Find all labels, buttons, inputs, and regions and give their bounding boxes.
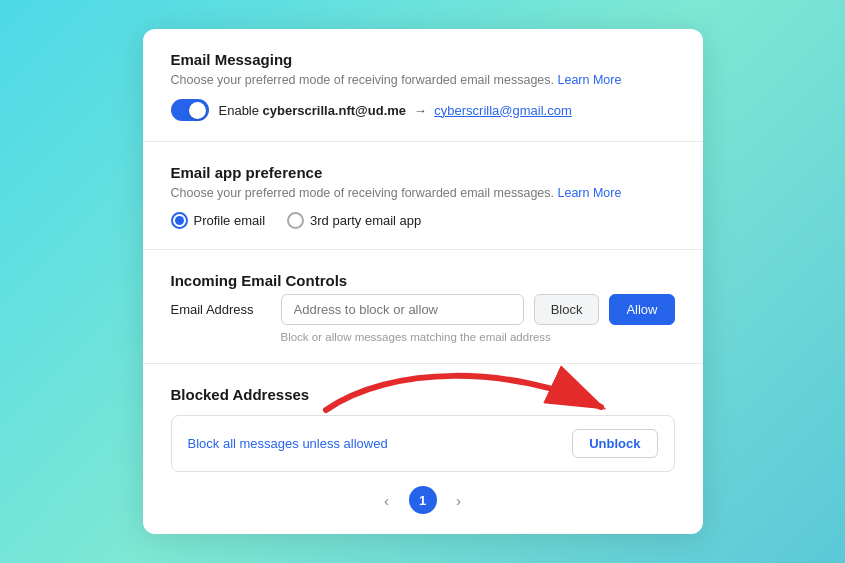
email-messaging-desc: Choose your preferred mode of receiving … (171, 73, 675, 87)
forwarding-email-link[interactable]: cyberscrilla@gmail.com (434, 103, 571, 118)
block-all-text: Block all messages unless allowed (188, 436, 388, 451)
email-messaging-title: Email Messaging (171, 51, 675, 68)
incoming-email-controls-title: Incoming Email Controls (171, 272, 675, 289)
unblock-button[interactable]: Unblock (572, 429, 657, 458)
blocked-addresses-inner: Block all messages unless allowed Unbloc… (171, 415, 675, 472)
radio-profile-email[interactable]: Profile email (171, 212, 266, 229)
radio-profile-email-circle (171, 212, 188, 229)
page-number: 1 (409, 486, 437, 514)
prev-page-button[interactable]: ‹ (373, 486, 401, 514)
email-hint: Block or allow messages matching the ema… (281, 331, 675, 343)
email-app-preference-section: Email app preference Choose your preferr… (143, 142, 703, 250)
settings-card: Email Messaging Choose your preferred mo… (143, 29, 703, 534)
email-address-label: Email Address (171, 302, 271, 317)
radio-profile-email-label: Profile email (194, 213, 266, 228)
email-messaging-section: Email Messaging Choose your preferred mo… (143, 29, 703, 142)
enable-toggle[interactable] (171, 99, 209, 121)
email-app-preference-desc: Choose your preferred mode of receiving … (171, 186, 675, 200)
pagination: ‹ 1 › (171, 486, 675, 514)
radio-3rd-party-circle (287, 212, 304, 229)
radio-3rd-party[interactable]: 3rd party email app (287, 212, 421, 229)
email-app-learn-more[interactable]: Learn More (558, 186, 622, 200)
email-address-input[interactable] (281, 294, 524, 325)
blocked-addresses-section: Blocked Addresses Block all messages unl… (143, 364, 703, 534)
radio-3rd-party-label: 3rd party email app (310, 213, 421, 228)
block-button[interactable]: Block (534, 294, 600, 325)
email-app-radio-row: Profile email 3rd party email app (171, 212, 675, 229)
incoming-email-controls-section: Incoming Email Controls Email Address Bl… (143, 250, 703, 364)
blocked-row: Block all messages unless allowed Unbloc… (171, 415, 675, 472)
email-app-preference-title: Email app preference (171, 164, 675, 181)
enable-toggle-row: Enable cyberscrilla.nft@ud.me → cyberscr… (171, 99, 675, 121)
toggle-label: Enable cyberscrilla.nft@ud.me → cyberscr… (219, 103, 572, 118)
blocked-addresses-title: Blocked Addresses (171, 386, 675, 403)
allow-button[interactable]: Allow (609, 294, 674, 325)
next-page-button[interactable]: › (445, 486, 473, 514)
arrow-icon: → (410, 103, 430, 118)
email-control-row: Email Address Block Allow (171, 294, 675, 325)
email-messaging-learn-more[interactable]: Learn More (558, 73, 622, 87)
